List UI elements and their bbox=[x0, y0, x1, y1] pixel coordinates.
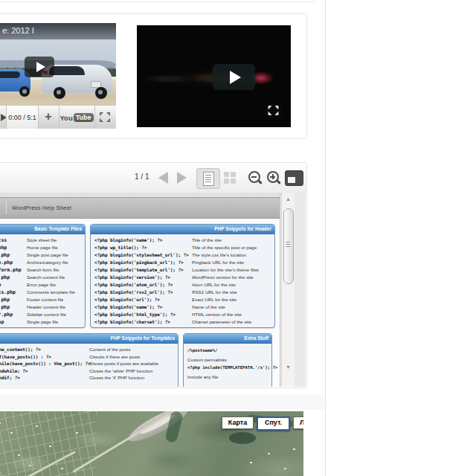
help-sheet-row: <?php bloginfo('atom_url'); ?>Atom URL f… bbox=[94, 281, 273, 289]
page-indicator: 1 / 1 bbox=[135, 173, 149, 181]
pdf-toolbar: 1 / 1 bbox=[0, 163, 306, 193]
top-divider bbox=[0, 1, 315, 2]
next-page-button[interactable] bbox=[177, 172, 187, 184]
page-view-icon bbox=[203, 172, 214, 186]
play-button[interactable] bbox=[25, 57, 54, 77]
help-sheet-row: <?php bloginfo('template_url'); ?>Locati… bbox=[94, 266, 273, 274]
box-title: PHP Snippets for Templates bbox=[0, 334, 178, 344]
play-icon bbox=[230, 71, 241, 84]
map-type-buttons: КартаСпут.Ланд. bbox=[222, 416, 303, 431]
sidebar-divider bbox=[325, 0, 326, 476]
box-title: PHP Snippets for Header bbox=[91, 225, 274, 234]
youtube-player-left[interactable]: e: 2012 I 0:00 / 5:1 + You Tube bbox=[0, 23, 116, 129]
help-sheet-line: Custom permalinks bbox=[187, 356, 271, 364]
pdf-page: WordPress Help Sheet Basic Template File… bbox=[0, 193, 280, 387]
help-sheet-row: <?php bloginfo('pingback_url'); ?>Pingba… bbox=[94, 259, 273, 266]
help-sheet-row: <?php bloginfo('stylesheet_url'); ?>The … bbox=[94, 251, 273, 259]
help-sheet-row: header.phpHeader content file bbox=[0, 303, 83, 311]
help-sheet-row: style.cssStyle sheet file bbox=[0, 237, 83, 244]
help-sheet-line: <?php include(TEMPLATEPATH.'/x'); ?> bbox=[187, 364, 271, 373]
youtube-logo-you: You bbox=[60, 114, 72, 122]
php-snippets-header-box: PHP Snippets for Header <?php bloginfo('… bbox=[90, 224, 275, 328]
presentation-icon bbox=[288, 177, 295, 183]
help-sheet-row: index.phpHome page file bbox=[0, 244, 83, 251]
basic-template-files-box: Basic Template Files style.cssStyle shee… bbox=[0, 224, 86, 328]
box-title: Basic Template Files bbox=[0, 225, 85, 234]
video-player-right[interactable] bbox=[137, 25, 291, 127]
php-snippets-templates-box: PHP Snippets for Templates <?php the_con… bbox=[0, 333, 178, 387]
video-title: e: 2012 I bbox=[2, 26, 34, 35]
car-wheel bbox=[19, 86, 30, 97]
map-type-button[interactable]: Карта bbox=[222, 416, 254, 429]
minus-icon bbox=[251, 176, 257, 178]
help-sheet-row: <?php bloginfo('charset'); ?>Charset par… bbox=[94, 318, 273, 326]
map-pond bbox=[229, 432, 256, 444]
map-type-button[interactable]: Ланд. bbox=[293, 416, 303, 429]
document-header-bar: WordPress Help Sheet bbox=[0, 197, 280, 219]
video-title-bar: e: 2012 I bbox=[0, 23, 116, 39]
box-title: Extra Stuff bbox=[184, 334, 271, 344]
help-sheet-row: single.phpSingle post page file bbox=[0, 251, 83, 259]
zoom-out-button[interactable] bbox=[248, 171, 260, 183]
help-sheet-row: <?php if(have_posts()) : ?>Checks if the… bbox=[0, 353, 176, 361]
document-title: WordPress Help Sheet bbox=[12, 205, 71, 211]
scroll-down-icon[interactable]: ▼ bbox=[282, 362, 295, 373]
help-sheet-row: <?php bloginfo('html_type'); ?>HTML vers… bbox=[94, 311, 273, 318]
help-sheet-row: page.phpSingle page file bbox=[0, 318, 83, 326]
embedded-map[interactable]: КартаСпут.Ланд. bbox=[0, 411, 303, 476]
fullscreen-button[interactable] bbox=[265, 103, 282, 118]
help-sheet-line: Include any file bbox=[187, 373, 271, 382]
document-scrollbar[interactable]: ▲ ▼ bbox=[281, 193, 295, 387]
help-sheet-row: archive.phpArchive/category file bbox=[0, 259, 83, 266]
previous-page-button[interactable] bbox=[158, 172, 168, 184]
help-sheet-row: sidebar.phpSidebar content file bbox=[0, 311, 83, 318]
zoom-in-button[interactable] bbox=[267, 171, 279, 183]
scrollbar-thumb[interactable] bbox=[283, 208, 294, 284]
help-sheet-row: 404.phpError page file bbox=[0, 281, 83, 289]
scroll-up-icon[interactable]: ▲ bbox=[282, 194, 295, 205]
thumbnail-grid-view-button[interactable] bbox=[224, 172, 237, 184]
help-sheet-row: <?php bloginfo('name'); ?>Name of the si… bbox=[94, 303, 273, 311]
help-sheet-row: <?php the_content(); ?>Content of the po… bbox=[0, 346, 176, 353]
time-display: 0:00 / 5:1 bbox=[7, 106, 38, 129]
pdf-document-viewport[interactable]: WordPress Help Sheet Basic Template File… bbox=[0, 193, 306, 387]
help-sheet-row: <?php bloginfo('rss2_url'); ?>RSS2 URL f… bbox=[94, 289, 273, 296]
help-sheet-row: comments.phpComments template file bbox=[0, 289, 83, 296]
help-sheet-row: <?php endwhile; ?>Closes the 'while' PHP… bbox=[0, 367, 176, 375]
help-sheet-row: <?php endif; ?>Closes the 'if' PHP funct… bbox=[0, 374, 176, 382]
help-sheet-row: footer.phpFooter content file bbox=[0, 296, 83, 303]
help-sheet-row: <?php while(have_posts()) : the_post(); … bbox=[0, 360, 176, 367]
help-sheet-row: <?php bloginfo('url'); ?>Exact URL for t… bbox=[94, 296, 273, 303]
page-root: e: 2012 I 0:00 / 5:1 + You Tube bbox=[0, 0, 476, 476]
help-sheet-row: searchform.phpSearch form file bbox=[0, 266, 83, 274]
fullscreen-icon bbox=[267, 105, 280, 116]
video-control-bar: 0:00 / 5:1 + You Tube bbox=[0, 105, 116, 129]
presentation-mode-button[interactable] bbox=[285, 170, 303, 186]
car-wheel bbox=[54, 87, 65, 99]
help-sheet-row: <?php bloginfo('name'); ?>Title of the s… bbox=[94, 237, 273, 244]
help-sheet-row: <?php bloginfo('version'); ?>WordPress v… bbox=[94, 274, 273, 281]
add-to-playlist-button[interactable]: + bbox=[38, 106, 59, 129]
play-icon bbox=[36, 62, 45, 72]
section-spacer bbox=[0, 395, 325, 410]
video-embed-container: e: 2012 I 0:00 / 5:1 + You Tube bbox=[0, 13, 307, 139]
help-sheet-row: <?php wp_title(); ?>Title of the specifi… bbox=[94, 244, 273, 251]
extra-stuff-box: Extra Stuff /%postname%/Custom permalink… bbox=[183, 333, 272, 387]
fullscreen-button[interactable] bbox=[94, 106, 116, 129]
scrollbar-grip-icon bbox=[286, 242, 290, 248]
car-wheel bbox=[95, 87, 107, 99]
pdf-viewer: 1 / 1 WordPress Help Sheet bbox=[0, 162, 307, 388]
fullscreen-icon bbox=[100, 112, 110, 122]
youtube-logo-button[interactable]: You Tube bbox=[59, 106, 94, 129]
help-sheet-row: search.phpSearch content file bbox=[0, 274, 83, 281]
help-sheet-line: /%postname%/ bbox=[187, 347, 271, 356]
single-page-view-button[interactable] bbox=[196, 168, 220, 189]
youtube-logo-tube: Tube bbox=[74, 113, 94, 122]
map-type-button[interactable]: Спут. bbox=[257, 416, 290, 431]
play-button[interactable] bbox=[213, 64, 255, 90]
